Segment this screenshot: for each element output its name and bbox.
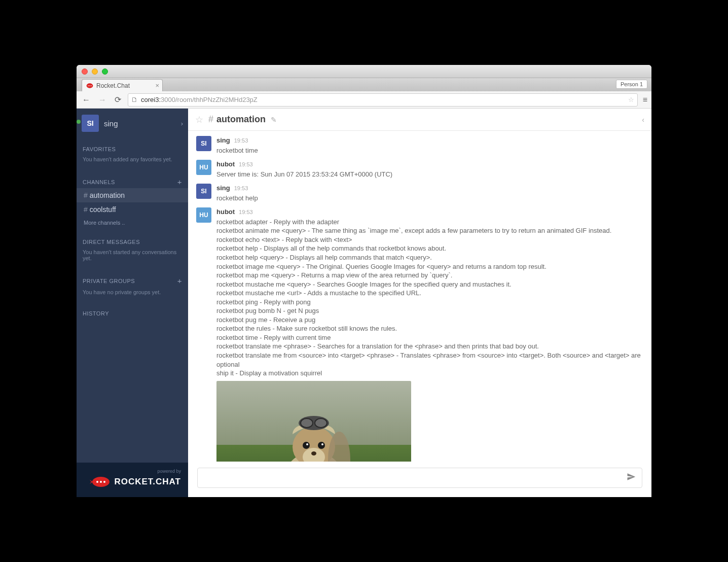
message-avatar: HU	[196, 160, 211, 175]
rocketchat-logo[interactable]: ROCKET.CHAT	[84, 476, 181, 488]
svg-point-5	[96, 481, 98, 483]
favorite-star-icon[interactable]: ☆	[195, 114, 203, 125]
forward-button: →	[97, 95, 108, 104]
edit-room-icon[interactable]: ✎	[271, 116, 277, 124]
message-user: hubot	[216, 160, 235, 169]
svg-point-2	[89, 85, 90, 86]
message-body: hubot19:53Server time is: Sun Jun 07 201…	[216, 160, 643, 179]
chevron-right-icon: ›	[181, 120, 183, 127]
send-icon[interactable]	[627, 472, 636, 483]
favorites-empty: You haven't added any favorites yet.	[83, 154, 182, 167]
url-path: 3000/room/thhPNzZhi2MHd23pZ	[161, 96, 258, 103]
svg-point-12	[318, 442, 325, 449]
message-body: hubot19:53rocketbot adapter - Reply with…	[216, 207, 643, 462]
tab-title: Rocket.Chat	[96, 82, 130, 89]
message-input[interactable]	[204, 474, 627, 482]
tab-strip: Rocket.Chat × Person 1	[77, 78, 651, 91]
tab-close-icon[interactable]: ×	[155, 82, 159, 89]
channels-heading: CHANNELS +	[83, 173, 182, 188]
sidebar: SI sing › FAVORITES You haven't added an…	[77, 109, 188, 497]
brand-text: ROCKET.CHAT	[114, 477, 181, 487]
message-list: SIsing19:53rocketbot timeHUhubot19:53Ser…	[188, 131, 651, 462]
user-avatar: SI	[82, 115, 99, 132]
message-attachment-image[interactable]	[216, 381, 411, 462]
message-time: 19:53	[234, 185, 248, 192]
composer-box[interactable]	[197, 468, 642, 488]
svg-point-14	[321, 443, 323, 445]
channels-section: CHANNELS + #automation#coolstuff More ch…	[77, 169, 188, 231]
bookmark-star-icon[interactable]: ☆	[628, 96, 634, 103]
message-body: sing19:53rocketbot time	[216, 136, 643, 155]
user-name: sing	[104, 119, 118, 128]
add-channel-icon[interactable]: +	[177, 178, 182, 186]
groups-section: PRIVATE GROUPS + You have no private gro…	[77, 268, 188, 302]
message-user: sing	[216, 184, 230, 193]
window-titlebar	[77, 65, 651, 78]
history-heading: HISTORY	[83, 306, 182, 319]
svg-point-3	[91, 85, 92, 86]
url-host: corei3:	[141, 96, 161, 103]
collapse-panel-icon[interactable]: ‹	[642, 116, 644, 124]
svg-point-6	[100, 481, 102, 483]
message-avatar: HU	[196, 207, 211, 223]
add-group-icon[interactable]: +	[177, 276, 182, 285]
maximize-icon[interactable]	[102, 68, 108, 75]
dms-section: DIRECT MESSAGES You haven't started any …	[77, 231, 188, 268]
back-button[interactable]: ←	[81, 95, 92, 104]
rocket-icon	[90, 476, 110, 488]
groups-heading: PRIVATE GROUPS +	[83, 272, 182, 287]
svg-point-17	[301, 418, 313, 428]
dms-heading: DIRECT MESSAGES	[83, 235, 182, 247]
message-user: sing	[216, 136, 230, 145]
powered-by-label: powered by	[84, 469, 181, 474]
history-section: HISTORY	[77, 302, 188, 321]
message-text: rocketbot time	[216, 146, 643, 155]
message-row: SIsing19:53rocketbot help	[196, 184, 643, 202]
sidebar-user[interactable]: SI sing ›	[77, 109, 188, 138]
traffic-lights	[82, 68, 108, 75]
close-icon[interactable]	[82, 68, 88, 75]
message-row: HUhubot19:53Server time is: Sun Jun 07 2…	[196, 160, 643, 179]
message-avatar: SI	[196, 136, 211, 151]
message-time: 19:53	[239, 161, 253, 168]
hash-icon: #	[208, 114, 213, 125]
profile-badge[interactable]: Person 1	[616, 80, 647, 89]
dms-empty: You haven't started any conversations ye…	[83, 247, 182, 266]
browser-toolbar: ← → ⟳ 🗋 corei3:3000/room/thhPNzZhi2MHd23…	[77, 91, 651, 109]
message-body: sing19:53rocketbot help	[216, 184, 643, 202]
status-dot-icon	[77, 120, 81, 124]
message-time: 19:53	[234, 137, 248, 145]
room-header: ☆ # automation ✎ ‹	[188, 109, 651, 131]
address-bar[interactable]: 🗋 corei3:3000/room/thhPNzZhi2MHd23pZ ☆	[128, 93, 638, 107]
message-user: hubot	[216, 207, 235, 217]
room-name: automation	[216, 114, 266, 125]
main-panel: ☆ # automation ✎ ‹ SIsing19:53rocketbot …	[188, 109, 651, 497]
channel-item-coolstuff[interactable]: #coolstuff	[77, 202, 188, 217]
channel-item-automation[interactable]: #automation	[77, 188, 188, 202]
message-avatar: SI	[196, 184, 211, 199]
svg-point-18	[315, 418, 327, 428]
favorites-heading: FAVORITES	[83, 142, 182, 154]
reload-button[interactable]: ⟳	[113, 95, 123, 104]
favicon-icon	[86, 82, 93, 89]
more-channels-link[interactable]: More channels ..	[83, 217, 182, 229]
channel-name: automation	[90, 191, 125, 199]
favorites-section: FAVORITES You haven't added any favorite…	[77, 138, 188, 169]
squirrel-icon	[268, 399, 359, 462]
browser-tab[interactable]: Rocket.Chat ×	[82, 79, 163, 91]
message-composer	[188, 462, 651, 497]
rocketchat-app: SI sing › FAVORITES You haven't added an…	[77, 109, 651, 497]
room-title: # automation	[208, 114, 266, 125]
svg-point-13	[306, 443, 308, 445]
message-row: HUhubot19:53rocketbot adapter - Reply wi…	[196, 207, 643, 462]
page-icon: 🗋	[131, 96, 138, 103]
browser-menu-icon[interactable]: ≡	[643, 95, 647, 104]
groups-empty: You have no private groups yet.	[83, 287, 182, 300]
hash-icon: #	[84, 191, 88, 199]
message-row: SIsing19:53rocketbot time	[196, 136, 643, 155]
browser-window: Rocket.Chat × Person 1 ← → ⟳ 🗋 corei3:30…	[77, 65, 651, 497]
svg-point-11	[303, 442, 310, 449]
minimize-icon[interactable]	[92, 68, 98, 75]
svg-point-7	[103, 481, 105, 483]
svg-point-15	[311, 451, 316, 455]
